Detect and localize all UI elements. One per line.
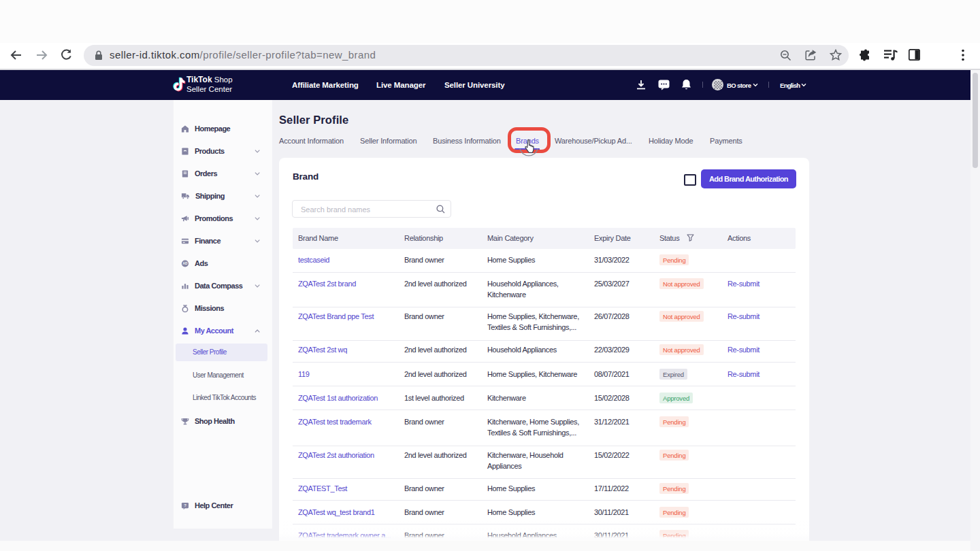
svg-text:AD: AD [183,262,188,265]
svg-text:?: ? [184,503,186,507]
